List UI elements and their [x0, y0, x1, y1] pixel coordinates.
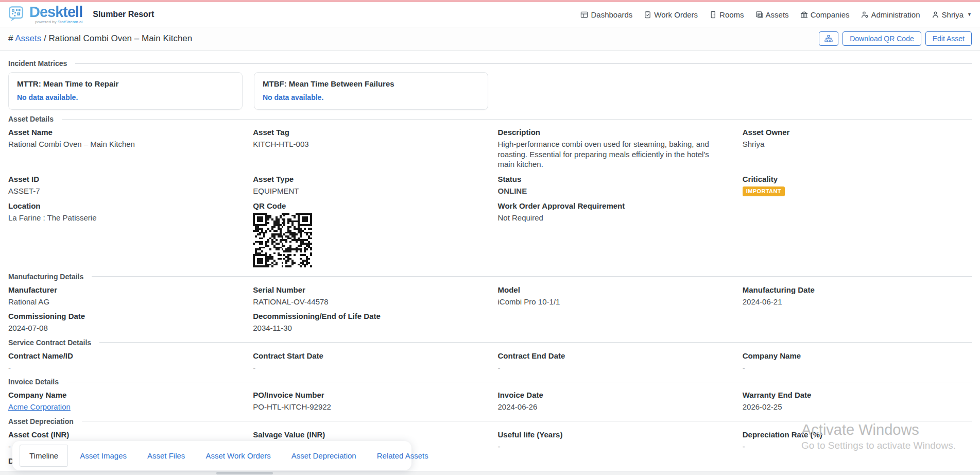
brand-name: Desktell [29, 5, 82, 20]
tab-asset-depreciation[interactable]: Asset Depreciation [283, 446, 365, 465]
service-contract-grid: Contract Name/ID - Contract Start Date -… [8, 351, 972, 373]
section-incident-matrices: Incident Matrices [8, 59, 972, 67]
asset-hierarchy-button[interactable] [819, 31, 838, 46]
field-contract-name: Contract Name/ID - [8, 351, 237, 373]
field-contract-company-name: Company Name - [743, 351, 972, 373]
dashboards-icon [580, 11, 588, 19]
field-invoice-company-name: Company Name Acme Corporation [8, 391, 237, 412]
top-nav: Dashboards Work Orders Rooms Assets Comp… [580, 10, 972, 19]
brand-qr-bubble-icon [8, 6, 26, 23]
mttr-no-data-message: No data available. [17, 93, 234, 101]
sitemap-icon [824, 35, 833, 43]
field-po-number: PO/Invoice Number PO-HTL-KITCH-92922 [253, 391, 482, 412]
horizontal-scrollbar[interactable] [0, 471, 980, 475]
field-asset-type: Asset Type EQUIPMENT [253, 175, 482, 196]
assets-icon [755, 11, 763, 19]
tab-related-assets[interactable]: Related Assets [368, 446, 437, 465]
breadcrumb: # Assets / Rational Combi Oven – Main Ki… [8, 33, 192, 44]
tab-timeline[interactable]: Timeline [20, 445, 68, 467]
nav-companies[interactable]: Companies [800, 10, 850, 19]
section-manufacturing-details: Manufacturing Details [8, 273, 972, 281]
field-asset-id: Asset ID ASSET-7 [8, 175, 237, 196]
field-useful-life: Useful life (Years) - [498, 430, 727, 452]
field-description: Description High-performance combi oven … [498, 128, 727, 169]
nav-administration[interactable]: Administration [861, 10, 920, 19]
field-warranty-end-date: Warranty End Date 2026-02-25 [743, 391, 972, 412]
page-title: Rational Combi Oven – Main Kitchen [49, 33, 193, 43]
nav-rooms[interactable]: Rooms [709, 10, 744, 19]
field-wo-approval: Work Order Approval Requirement Not Requ… [498, 201, 727, 267]
asset-detail-page: Incident Matrices MTTR: Mean Time to Rep… [0, 51, 980, 475]
field-commissioning-date: Commissioning Date 2024-07-08 [8, 312, 237, 333]
field-status: Status ONLINE [498, 175, 727, 196]
field-depreciation-rate: Depreciation Rate (%) - [743, 430, 972, 452]
nav-dashboards[interactable]: Dashboards [580, 10, 632, 19]
brand-powered-by: powered by StatStream.ai [35, 20, 82, 24]
breadcrumb-assets-link[interactable]: Assets [15, 33, 41, 43]
field-qr-code: QR Code [253, 201, 482, 267]
nav-work-orders[interactable]: Work Orders [644, 10, 698, 19]
scrollbar-thumb[interactable] [216, 472, 273, 474]
field-contract-end-date: Contract End Date - [498, 351, 727, 373]
brand-logo[interactable]: Desktell powered by StatStream.ai [8, 5, 82, 24]
download-qr-code-button[interactable]: Download QR Code [843, 31, 921, 46]
field-invoice-date: Invoice Date 2024-06-26 [498, 391, 727, 412]
field-contract-start-date: Contract Start Date - [253, 351, 482, 373]
field-asset-tag: Asset Tag KITCH-HTL-003 [253, 128, 482, 169]
criticality-badge: IMPORTANT [743, 186, 785, 196]
field-decommissioning-date: Decommissioning/End of Life Date 2034-11… [253, 312, 482, 333]
user-icon [932, 11, 939, 19]
chevron-down-icon: ▼ [967, 12, 972, 17]
manufacturing-grid: Manufacturer Rational AG Serial Number R… [8, 285, 972, 333]
field-manufacturer: Manufacturer Rational AG [8, 285, 237, 307]
field-model: Model iCombi Pro 10-1/1 [498, 285, 727, 307]
nav-user-menu[interactable]: Shriya ▼ [932, 10, 972, 19]
field-location: Location La Farine : The Patisserie [8, 201, 237, 267]
invoice-grid: Company Name Acme Corporation PO/Invoice… [8, 391, 972, 412]
company-link[interactable]: Acme Corporation [8, 402, 71, 411]
mtbf-no-data-message: No data available. [263, 93, 479, 101]
field-asset-name: Asset Name Rational Combi Oven – Main Ki… [8, 128, 237, 169]
companies-icon [800, 11, 808, 19]
app-header: Desktell powered by StatStream.ai Slumbe… [0, 2, 980, 27]
status-badge: ONLINE [498, 186, 727, 196]
edit-asset-button[interactable]: Edit Asset [925, 31, 972, 46]
mttr-card: MTTR: Mean Time to Repair No data availa… [8, 72, 243, 110]
incident-cards: MTTR: Mean Time to Repair No data availa… [8, 72, 972, 110]
administration-icon [861, 11, 869, 19]
field-serial-number: Serial Number RATIONAL-OV-44578 [253, 285, 482, 307]
qr-code-image [253, 213, 312, 267]
field-criticality: Criticality IMPORTANT [743, 175, 972, 196]
breadcrumb-bar: # Assets / Rational Combi Oven – Main Ki… [0, 27, 980, 51]
section-asset-depreciation: Asset Depreciation [8, 417, 972, 426]
section-invoice-details: Invoice Details [8, 378, 972, 386]
work-orders-icon [644, 11, 651, 19]
tab-asset-work-orders[interactable]: Asset Work Orders [197, 446, 279, 465]
section-service-contract: Service Contract Details [8, 338, 972, 347]
tab-asset-files[interactable]: Asset Files [139, 446, 194, 465]
header-actions: Download QR Code Edit Asset [819, 31, 972, 46]
field-manufacturing-date: Manufacturing Date 2024-06-21 [743, 285, 972, 307]
field-asset-owner: Asset Owner Shriya [743, 128, 972, 169]
bottom-tab-bar: Timeline Asset Images Asset Files Asset … [12, 441, 411, 470]
tab-asset-images[interactable]: Asset Images [71, 446, 135, 465]
asset-details-grid: Asset Name Rational Combi Oven – Main Ki… [8, 128, 972, 267]
nav-assets[interactable]: Assets [755, 10, 789, 19]
section-asset-details: Asset Details [8, 115, 972, 123]
workspace-title: Slumber Resort [93, 10, 154, 19]
mtbf-card: MTBF: Mean Time Between Failures No data… [254, 72, 488, 110]
rooms-icon [709, 11, 717, 19]
